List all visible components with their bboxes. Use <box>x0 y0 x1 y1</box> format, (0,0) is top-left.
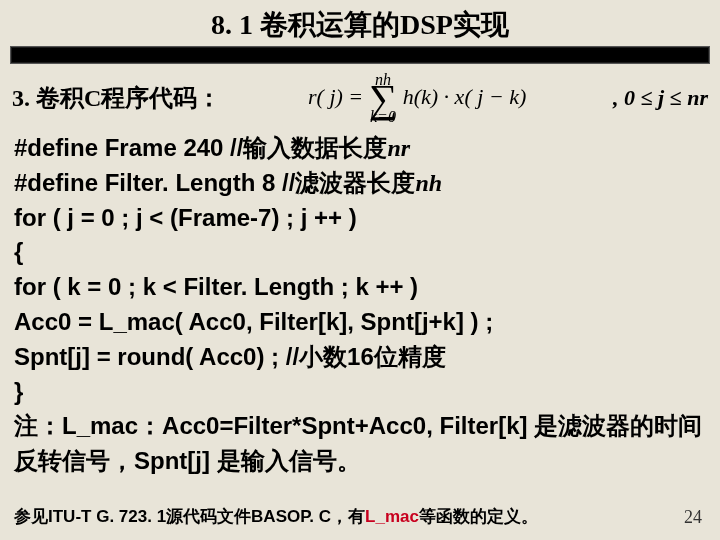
code-line-1: #define Frame 240 //输入数据长度nr <box>14 131 706 166</box>
section-heading: 3. 卷积C程序代码： <box>12 82 221 114</box>
code-block: #define Frame 240 //输入数据长度nr #define Fil… <box>0 127 720 479</box>
convolution-formula: r( j) = nh ∑ k=0 h(k) · x( j − k) <box>308 72 526 125</box>
header-row: 3. 卷积C程序代码： r( j) = nh ∑ k=0 h(k) · x( j… <box>0 64 720 127</box>
slide-title-wrap: 8. 1 卷积运算的DSP实现 <box>0 0 720 64</box>
footnote: 参见ITU-T G. 723. 1源代码文件BASOP. C，有L_mac等函数… <box>14 505 538 528</box>
formula-lhs: r( j) = <box>308 84 363 109</box>
code-line-8: } <box>14 375 706 410</box>
sum-lower: k=0 <box>369 109 398 125</box>
code-line-4: { <box>14 235 706 270</box>
code-line-7: Spnt[j] = round( Acc0) ; //小数16位精度 <box>14 340 706 375</box>
code-line-2: #define Filter. Length 8 //滤波器长度nh <box>14 166 706 201</box>
formula-rhs: h(k) · x( j − k) <box>403 84 527 109</box>
page-number: 24 <box>684 507 702 528</box>
title-underline-bar <box>10 46 710 64</box>
code-line-6: Acc0 = L_mac( Acc0, Filter[k], Spnt[j+k]… <box>14 305 706 340</box>
slide-title: 8. 1 卷积运算的DSP实现 <box>211 6 509 44</box>
code-line-5: for ( k = 0 ; k < Filter. Length ; k ++ … <box>14 270 706 305</box>
code-note: 注：L_mac：Acc0=Filter*Spnt+Acc0, Filter[k]… <box>14 409 706 479</box>
index-range: , 0 ≤ j ≤ nr <box>613 85 708 111</box>
code-line-3: for ( j = 0 ; j < (Frame-7) ; j ++ ) <box>14 201 706 236</box>
